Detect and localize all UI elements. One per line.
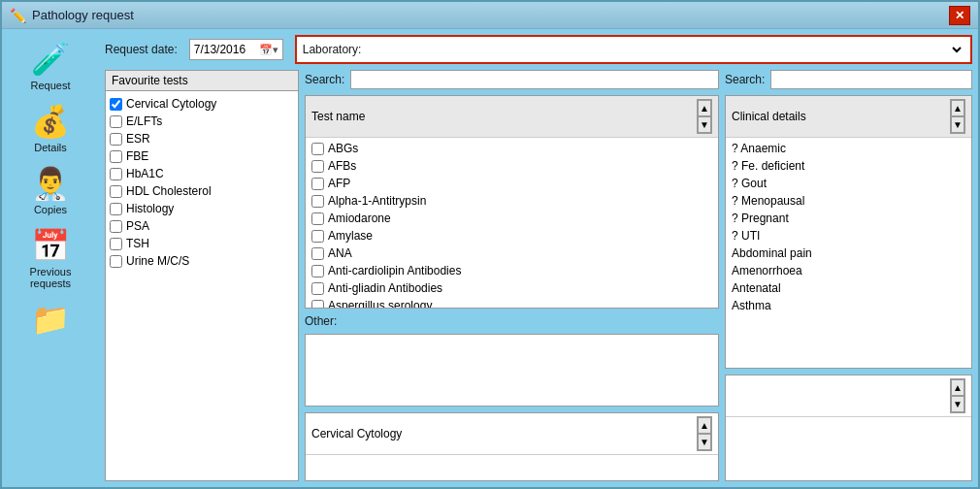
clinical-list-panel: Clinical details ▲ ▼ ? Anaemic ? Fe. def…	[725, 95, 972, 369]
sidebar-item-copies[interactable]: 👨‍⚕️ Copies	[7, 161, 94, 219]
test-checkbox-aspergillus-serology[interactable]	[311, 300, 324, 309]
test-checkbox-anti-gliadin[interactable]	[311, 282, 324, 295]
fav-item-hdl-cholesterol: HDL Cholesterol	[110, 182, 294, 200]
fav-checkbox-cervical-cytology[interactable]	[110, 98, 122, 111]
clinical-item-anaemic[interactable]: ? Anaemic	[728, 140, 969, 157]
laboratory-select[interactable]	[367, 40, 964, 59]
sidebar-item-previous-requests[interactable]: 📅 Previous requests	[7, 223, 94, 293]
fav-checkbox-elfts[interactable]	[110, 115, 122, 128]
fav-label-hba1c: HbA1C	[126, 167, 164, 180]
test-item-aspergillus-serology: Aspergillus serology	[308, 297, 716, 308]
clinical-selected-body	[726, 417, 971, 480]
test-item-abgs: ABGs	[308, 140, 716, 157]
clinical-item-asthma[interactable]: Asthma	[728, 297, 969, 314]
favourites-list: Cervical Cytology E/LFTs ESR FBE	[106, 91, 298, 480]
fav-checkbox-hba1c[interactable]	[110, 168, 122, 180]
favourites-panel: Favourite tests Cervical Cytology E/LFTs	[105, 70, 299, 481]
main-content: Request date: 📅▾ Laboratory: Favourite t…	[99, 29, 978, 487]
clinical-item-pregnant[interactable]: ? Pregnant	[728, 210, 969, 227]
right-panel: Search: Clinical details ▲ ▼	[725, 70, 972, 481]
clinical-item-fe-deficient[interactable]: ? Fe. deficient	[728, 157, 969, 175]
fav-checkbox-histology[interactable]	[110, 203, 122, 215]
test-list-body: ABGs AFBs AFP Alpha-1-Antitrypsin	[306, 138, 718, 308]
fav-checkbox-fbe[interactable]	[110, 150, 122, 163]
test-checkbox-ana[interactable]	[311, 247, 324, 260]
test-checkbox-anti-cardiolipin[interactable]	[311, 265, 324, 277]
clinical-list-scroll-up[interactable]: ▲	[951, 100, 964, 116]
close-button[interactable]: ✕	[949, 6, 970, 25]
selected-tests-header: Cervical Cytology ▲ ▼	[306, 413, 718, 455]
sidebar-label-copies: Copies	[34, 204, 67, 215]
sidebar-item-details[interactable]: 💰 Details	[7, 99, 94, 157]
fav-item-cervical-cytology: Cervical Cytology	[110, 95, 294, 113]
selected-tests-panel: Cervical Cytology ▲ ▼	[305, 412, 719, 481]
test-item-afbs: AFBs	[308, 157, 716, 175]
fav-label-cervical-cytology: Cervical Cytology	[126, 97, 216, 111]
date-input[interactable]	[194, 43, 257, 56]
fav-label-tsh: TSH	[126, 237, 149, 250]
sidebar: 🧪 Request 💰 Details 👨‍⚕️ Copies 📅 Previo…	[2, 29, 99, 487]
date-input-group: 📅▾	[189, 39, 283, 60]
clinical-item-uti[interactable]: ? UTI	[728, 227, 969, 244]
request-date-label: Request date:	[105, 43, 178, 56]
fav-label-fbe: FBE	[126, 149, 148, 163]
fav-checkbox-urine-mcs[interactable]	[110, 255, 122, 268]
selected-tests-scroll-down[interactable]: ▼	[698, 434, 711, 450]
fav-checkbox-hdl-cholesterol[interactable]	[110, 185, 122, 198]
clinical-selected-scroll-down[interactable]: ▼	[951, 396, 964, 412]
fav-checkbox-tsh[interactable]	[110, 238, 122, 250]
sidebar-label-details: Details	[34, 142, 67, 153]
fav-item-fbe: FBE	[110, 147, 294, 165]
test-search-input[interactable]	[350, 70, 719, 89]
test-item-ana: ANA	[308, 244, 716, 262]
fav-item-histology: Histology	[110, 200, 294, 217]
other-label: Other:	[305, 314, 337, 328]
selected-tests-scroll-up[interactable]: ▲	[698, 417, 711, 434]
fav-label-urine-mcs: Urine M/C/S	[126, 254, 189, 268]
test-checkbox-afbs[interactable]	[311, 160, 324, 173]
calendar-button[interactable]: 📅▾	[259, 44, 278, 56]
test-checkbox-amylase[interactable]	[311, 230, 324, 243]
sidebar-label-previous-requests: Previous requests	[11, 266, 90, 289]
clinical-search-input[interactable]	[770, 70, 972, 89]
fav-item-hba1c: HbA1C	[110, 165, 294, 182]
clinical-search-row: Search:	[725, 70, 972, 89]
clinical-list-scroll-down[interactable]: ▼	[951, 116, 964, 133]
clinical-item-menopausal[interactable]: ? Menopausal	[728, 192, 969, 210]
clinical-search-label: Search:	[725, 73, 765, 86]
clinical-selected-panel: ▲ ▼	[725, 375, 972, 481]
fav-item-urine-mcs: Urine M/C/S	[110, 252, 294, 270]
fav-checkbox-psa[interactable]	[110, 220, 122, 233]
other-input[interactable]	[305, 334, 719, 407]
sidebar-item-request[interactable]: 🧪 Request	[7, 37, 94, 95]
test-checkbox-amiodarone[interactable]	[311, 212, 324, 225]
pathology-request-window: ✏️ Pathology request ✕ 🧪 Request 💰 Detai…	[0, 0, 980, 489]
sidebar-label-request: Request	[31, 80, 71, 91]
test-list-scroll-up[interactable]: ▲	[698, 100, 711, 116]
test-checkbox-abgs[interactable]	[311, 143, 324, 155]
clinical-item-amenorrhoea[interactable]: Amenorrhoea	[728, 262, 969, 279]
test-name-column-header: Test name	[311, 110, 697, 123]
test-list-panel: Test name ▲ ▼ ABGs	[305, 95, 719, 309]
clinical-item-gout[interactable]: ? Gout	[728, 175, 969, 192]
fav-label-hdl-cholesterol: HDL Cholesterol	[126, 184, 212, 198]
favourites-header: Favourite tests	[106, 71, 298, 91]
clinical-details-column-header: Clinical details	[732, 110, 950, 123]
other-row: Other:	[305, 314, 719, 328]
copies-icon: 👨‍⚕️	[31, 165, 70, 202]
test-list-scroll-down[interactable]: ▼	[698, 116, 711, 133]
test-search-row: Search:	[305, 70, 719, 89]
fav-label-histology: Histology	[126, 202, 174, 215]
sidebar-item-folder[interactable]: 📁	[7, 297, 94, 343]
clinical-item-antenatal[interactable]: Antenatal	[728, 279, 969, 297]
app-icon: ✏️	[10, 8, 26, 23]
test-checkbox-alpha1antitrypsin[interactable]	[311, 195, 324, 208]
fav-checkbox-esr[interactable]	[110, 133, 122, 146]
clinical-selected-scroll-up[interactable]: ▲	[951, 379, 964, 396]
test-checkbox-afp[interactable]	[311, 178, 324, 190]
test-search-label: Search:	[305, 73, 344, 86]
fav-item-esr: ESR	[110, 130, 294, 147]
request-icon: 🧪	[31, 41, 70, 78]
panels-row: Favourite tests Cervical Cytology E/LFTs	[105, 70, 972, 481]
clinical-item-abdominal-pain[interactable]: Abdominal pain	[728, 244, 969, 262]
